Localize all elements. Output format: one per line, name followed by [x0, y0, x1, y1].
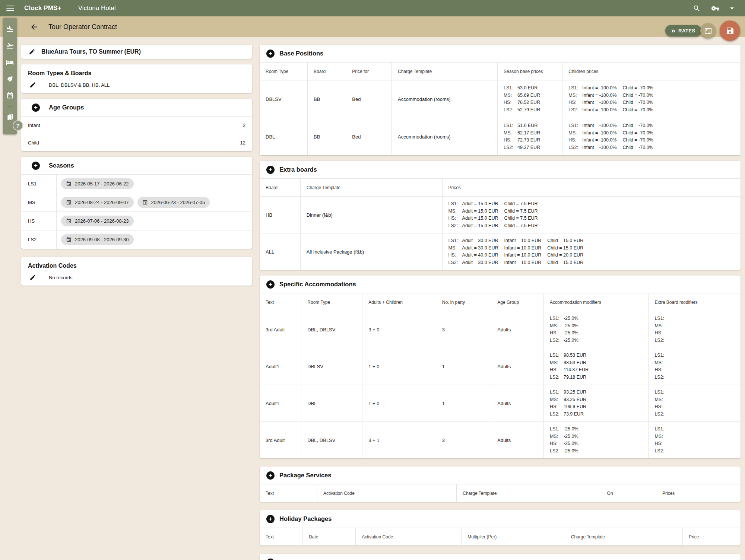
price-line: HS:	[654, 330, 668, 337]
activation-codes-title: Activation Codes	[21, 257, 252, 269]
add-season-button[interactable]	[32, 162, 40, 170]
table-header-row: Text Activation Code Charge Template On …	[260, 484, 741, 502]
table-row: Adult1 DBLSV 1 + 0 1 Adults LS1:98.53 EU…	[260, 348, 741, 385]
page-title: Tour Operator Contract	[48, 23, 117, 31]
cell-no-in-party: 3	[436, 422, 491, 458]
table-header-row: Room Type Board Price for Charge Templat…	[260, 62, 741, 80]
resize-button[interactable]	[700, 23, 716, 38]
price-line: MS:98.53 EUR	[550, 359, 592, 367]
calendar-icon	[142, 200, 148, 205]
calendar-icon[interactable]	[6, 92, 14, 99]
col-header: Text	[260, 528, 303, 545]
price-line: LS2:-25.0%	[550, 337, 584, 344]
specific-accommodations-card: Specific Accommodations Text Room Type A…	[260, 276, 741, 458]
cell-extra-board-modifiers: LS1:MS:HS:LS2:	[649, 348, 741, 385]
left-column: BlueAura Tours, TO Summer (EUR) Room Typ…	[21, 45, 252, 291]
col-header: Date	[303, 528, 356, 545]
price-line: MS:62.17 EUR	[504, 130, 546, 137]
cell-room-type: DBL, DBLSV	[301, 311, 362, 348]
cell-no-in-party: 1	[436, 385, 491, 421]
price-line: MS:-25.0%	[550, 433, 584, 440]
price-line: LS1:-25.0%	[550, 426, 584, 433]
calendar-icon	[66, 237, 72, 242]
edit-pencil-icon[interactable]	[29, 82, 36, 88]
caret-down-icon[interactable]	[730, 7, 734, 9]
price-line: MS:	[654, 322, 668, 330]
col-header: Room Type	[301, 293, 362, 311]
search-icon[interactable]	[693, 4, 701, 12]
help-button[interactable]: ?	[13, 120, 23, 131]
book-icon[interactable]	[6, 113, 14, 121]
table-row: 3rd Adult DBL, DBLSV 3 + 1 3 Adults LS1:…	[260, 421, 741, 458]
double-chevron-icon	[671, 28, 675, 34]
edit-pencil-icon[interactable]	[29, 48, 35, 55]
edit-pencil-icon[interactable]	[29, 274, 36, 281]
price-line: HS:-25.0%	[550, 440, 584, 448]
cell-charge-template: All Inclusive Package (f&b)	[301, 233, 443, 270]
cell-room-type: DBL, DBLSV	[301, 422, 362, 458]
date-range-chip[interactable]: 2026-05-17 - 2026-06-22	[61, 178, 134, 189]
cell-text: 3rd Adult	[260, 422, 301, 458]
price-line: LS1:53.0 EUR	[504, 85, 543, 92]
key-icon[interactable]	[711, 4, 720, 13]
date-range-chip[interactable]: 2026-09-08 - 2026-09-30	[61, 234, 134, 245]
contract-title-card: BlueAura Tours, TO Summer (EUR)	[21, 45, 252, 59]
col-header: Board	[260, 179, 301, 196]
leaf-icon[interactable]	[6, 75, 14, 83]
rates-button[interactable]: RATES	[665, 25, 701, 36]
add-holiday-package-button[interactable]	[266, 515, 275, 523]
date-range-chip[interactable]: 2026-06-23 - 2026-07-05	[137, 197, 210, 208]
age-group-label: Child	[21, 134, 155, 151]
cell-extra-board-modifiers: LS1:MS:HS:LS2:	[649, 311, 741, 348]
cell-no-in-party: 3	[436, 311, 491, 348]
add-specific-accommodation-button[interactable]	[266, 280, 275, 289]
cell-board: BB	[308, 80, 346, 118]
price-line: LS1:93.25 EUR	[550, 389, 592, 396]
season-row: LS1 2026-05-17 - 2026-06-22	[21, 174, 252, 193]
save-button[interactable]	[720, 20, 740, 41]
free-nights-card: Free nights	[260, 554, 741, 560]
price-line: LS2:79.18 EUR	[550, 374, 592, 381]
flight-takeoff-icon[interactable]	[6, 42, 14, 50]
cell-adults-children: 3 + 0	[362, 311, 436, 348]
season-chips: 2026-09-08 - 2026-09-30	[57, 230, 138, 249]
age-group-value: 12	[155, 134, 252, 151]
col-header: Charge Template	[301, 179, 443, 196]
price-line: MS:Infant = -100.0%Child = -70.0%	[568, 92, 659, 99]
add-package-service-button[interactable]	[266, 471, 275, 480]
top-app-bar: Clock PMS+ Victoria Hotel	[0, 0, 745, 16]
cell-accommodation-modifiers: LS1:-25.0%MS:-25.0%HS:-25.0%LS2:-25.0%	[544, 422, 649, 458]
cell-room-type: DBL	[260, 118, 308, 155]
holiday-packages-title: Holiday Packages	[279, 515, 332, 522]
col-header: Extra Board modifiers	[649, 293, 741, 311]
hotel-bed-icon[interactable]	[6, 58, 14, 66]
cell-price-for: Bed	[346, 80, 392, 118]
cell-age-group: Adults	[491, 422, 544, 458]
price-line: LS1:	[654, 352, 668, 359]
add-extra-board-button[interactable]	[266, 166, 275, 174]
menu-icon[interactable]	[6, 6, 14, 11]
add-age-group-button[interactable]	[32, 104, 40, 112]
price-line: HS:	[654, 403, 668, 411]
cell-accommodation-modifiers: LS1:-25.0%MS:-25.0%HS:-25.0%LS2:-25.0%	[544, 311, 649, 348]
date-range-chip[interactable]: 2026-07-06 - 2026-08-23	[61, 216, 134, 226]
price-line: LS1:	[654, 426, 668, 433]
sidebar-divider	[7, 106, 12, 106]
season-row: LS2 2026-09-08 - 2026-09-30	[21, 230, 252, 249]
table-row: DBL BB Bed Accommodation (rooms) LS1:51.…	[260, 118, 741, 155]
season-chips: 2026-08-24 - 2026-09-072026-06-23 - 2026…	[57, 193, 214, 211]
price-line: LS1:	[654, 315, 668, 322]
back-arrow-icon[interactable]	[30, 23, 38, 31]
col-header: Price	[683, 528, 741, 545]
seasons-card: Seasons LS1 2026-05-17 - 2026-06-22 MS 2…	[21, 157, 252, 249]
date-range-chip[interactable]: 2026-08-24 - 2026-09-07	[61, 197, 134, 208]
flight-land-icon[interactable]	[6, 25, 14, 33]
season-label: HS	[21, 212, 57, 230]
price-line: LS1:98.53 EUR	[550, 352, 592, 359]
add-base-position-button[interactable]	[266, 50, 275, 58]
left-sidebar	[3, 18, 17, 134]
add-free-night-button[interactable]	[266, 559, 275, 560]
cell-charge-template: Accommodation (rooms)	[392, 80, 498, 118]
col-header: Activation Code	[317, 484, 457, 502]
cell-board: HB	[260, 197, 301, 233]
